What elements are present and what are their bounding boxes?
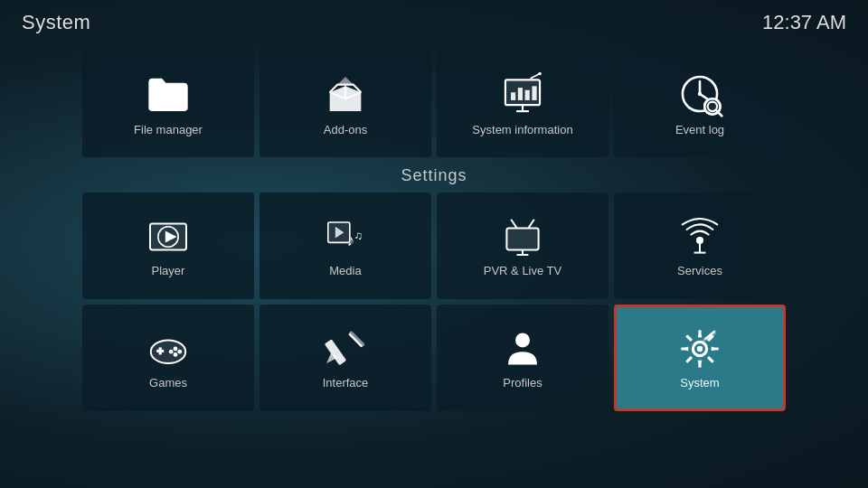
svg-rect-40 xyxy=(159,347,162,354)
svg-line-30 xyxy=(511,219,516,228)
svg-rect-58 xyxy=(685,355,693,362)
tile-services[interactable]: Services xyxy=(614,192,786,299)
media-icon: ♪ ♫ xyxy=(324,215,367,258)
svg-rect-57 xyxy=(685,334,693,342)
svg-point-13 xyxy=(698,91,702,95)
tile-media[interactable]: ♪ ♫ Media xyxy=(259,192,431,299)
tile-system[interactable]: System xyxy=(614,305,786,411)
top-tiles-row: File manager Add-ons xyxy=(0,49,868,157)
pvr-icon xyxy=(501,215,544,258)
system-icon xyxy=(678,327,722,371)
tile-system-information-label: System information xyxy=(472,123,572,136)
tile-profiles[interactable]: Profiles xyxy=(437,305,609,411)
svg-line-31 xyxy=(528,219,533,228)
tile-interface[interactable]: Interface xyxy=(259,305,431,411)
svg-rect-53 xyxy=(698,360,701,367)
settings-row-2: Games Interface xyxy=(72,305,796,411)
services-icon xyxy=(678,215,722,258)
page-title: System xyxy=(22,11,90,34)
svg-rect-29 xyxy=(506,228,538,249)
svg-point-49 xyxy=(515,333,530,347)
player-icon xyxy=(146,215,190,258)
tile-file-manager[interactable]: File manager xyxy=(82,49,254,157)
tile-games[interactable]: Games xyxy=(82,305,254,411)
svg-rect-2 xyxy=(511,92,515,100)
svg-point-34 xyxy=(696,237,703,244)
svg-point-51 xyxy=(697,345,703,351)
tile-add-ons[interactable]: Add-ons xyxy=(259,49,431,157)
clock: 12:37 AM xyxy=(762,11,846,34)
profiles-icon xyxy=(501,327,544,371)
addons-icon xyxy=(322,70,369,117)
svg-point-43 xyxy=(174,352,178,357)
tile-system-label: System xyxy=(680,376,719,389)
svg-rect-3 xyxy=(518,88,523,100)
svg-point-41 xyxy=(174,346,178,351)
tile-add-ons-label: Add-ons xyxy=(324,123,367,136)
tile-event-log-label: Event log xyxy=(675,123,724,136)
tile-system-information[interactable]: System information xyxy=(437,49,609,157)
tile-media-label: Media xyxy=(329,264,361,277)
system-info-icon xyxy=(499,70,546,117)
tile-games-label: Games xyxy=(149,376,187,389)
tile-file-manager-label: File manager xyxy=(134,123,203,136)
svg-point-9 xyxy=(538,71,541,74)
svg-point-44 xyxy=(169,349,174,353)
tile-player-label: Player xyxy=(152,264,185,277)
settings-label: Settings xyxy=(0,166,868,185)
svg-rect-4 xyxy=(525,89,530,99)
svg-rect-52 xyxy=(698,330,701,337)
svg-line-8 xyxy=(531,73,540,78)
tile-pvr-live-tv-label: PVR & Live TV xyxy=(484,264,561,277)
svg-rect-59 xyxy=(707,355,714,362)
tile-services-label: Services xyxy=(677,264,722,277)
tile-interface-label: Interface xyxy=(323,376,369,389)
svg-point-42 xyxy=(177,349,182,353)
interface-icon xyxy=(324,327,367,371)
games-icon xyxy=(146,327,190,371)
svg-rect-54 xyxy=(681,347,688,350)
settings-grid: Player ♪ ♫ Media xyxy=(0,192,868,411)
header: System 12:37 AM xyxy=(0,0,868,45)
tile-profiles-label: Profiles xyxy=(503,376,542,389)
tile-event-log[interactable]: Event log xyxy=(614,49,786,157)
svg-text:♫: ♫ xyxy=(354,229,363,242)
event-log-icon xyxy=(676,70,723,117)
svg-rect-5 xyxy=(532,86,536,100)
tile-pvr-live-tv[interactable]: PVR & Live TV xyxy=(437,192,609,299)
settings-row-1: Player ♪ ♫ Media xyxy=(72,192,796,299)
folder-icon xyxy=(145,70,192,117)
tile-player[interactable]: Player xyxy=(82,192,254,299)
svg-rect-55 xyxy=(712,347,719,350)
